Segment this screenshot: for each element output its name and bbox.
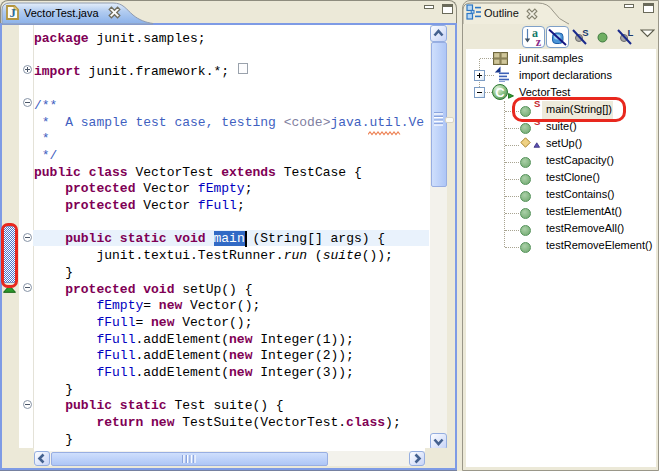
svg-text:z: z bbox=[536, 35, 542, 47]
svg-text:S: S bbox=[582, 27, 588, 38]
svg-text:C: C bbox=[495, 85, 505, 100]
svg-text:L: L bbox=[628, 27, 634, 38]
svg-text:J: J bbox=[9, 6, 15, 20]
